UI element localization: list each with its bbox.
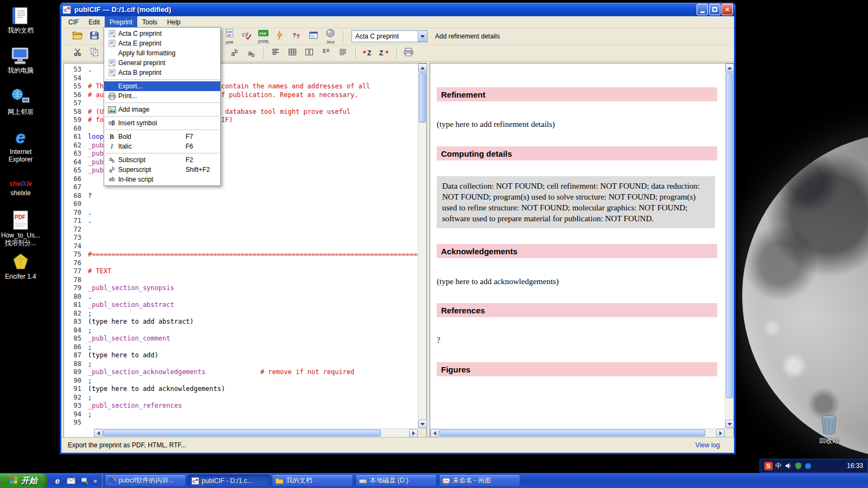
preprint-style-combobox[interactable]: Acta C preprint (352, 30, 427, 42)
sogou-icon[interactable]: S (764, 462, 773, 470)
task-button-pubcif[interactable]: pubcif软件的内容... (105, 474, 186, 487)
menu-item-in-line-script[interactable]: abIn-line script (104, 175, 220, 184)
desktop-icon-[interactable]: 网上邻居 (1, 86, 40, 115)
chevron-down-icon (420, 35, 425, 40)
cut-button[interactable] (70, 46, 85, 61)
menu-item-acta-c-preprint[interactable]: Acta C preprint (104, 29, 220, 38)
menu-item-export[interactable]: Export... (104, 81, 220, 91)
jmol-button[interactable]: Jmol (323, 29, 338, 44)
mail-quicklaunch-icon[interactable] (66, 476, 76, 486)
undo-z-button[interactable]: Z (360, 46, 375, 61)
menu-item-label: Superscript (118, 166, 186, 174)
superscript-button[interactable]: ab (227, 46, 242, 61)
publcif-page-button[interactable]: CIF.publ. (222, 29, 237, 44)
justify-block-button[interactable] (335, 46, 350, 61)
subscript-button[interactable]: ab (244, 46, 259, 61)
combobox-dropdown-button[interactable] (418, 31, 427, 42)
form-window-button[interactable] (306, 29, 321, 44)
minimize-button[interactable] (697, 4, 708, 15)
menu-preprint[interactable]: Preprint (105, 16, 137, 28)
blue-dot-icon[interactable] (805, 463, 812, 470)
save-button[interactable] (87, 29, 102, 44)
preview-vertical-scrollbar[interactable] (725, 63, 733, 428)
table-grid-button[interactable] (285, 46, 300, 61)
editor-vertical-scrollbar[interactable] (418, 63, 426, 428)
preprint-preview-pane[interactable]: Refinement(type here to add refinement d… (430, 63, 734, 438)
scroll-right-button[interactable] (716, 429, 725, 438)
desktop-icon-internet-explorer[interactable]: eInternet Explorer (1, 126, 40, 163)
maximize-button[interactable] (709, 4, 720, 15)
ime-chinese-icon[interactable]: 中 (775, 461, 782, 471)
menu-help[interactable]: Help (162, 16, 186, 28)
line-number: 78 (64, 276, 88, 285)
menu-item-acta-b-preprint[interactable]: Acta B preprint (104, 68, 220, 78)
scroll-left-button[interactable] (94, 429, 103, 438)
print-button[interactable] (401, 46, 416, 61)
editor-horizontal-scrollbar[interactable] (94, 428, 418, 437)
section-body-refinement[interactable]: (type here to add refinement details) (437, 119, 703, 130)
section-body-acknowledgements[interactable]: (type here to add acknowledgements) (437, 277, 703, 287)
menu-item-general-preprint[interactable]: General preprint (104, 58, 220, 68)
cif-check-button[interactable]: Cif (239, 29, 254, 44)
menu-item-acta-e-preprint[interactable]: Acta E preprint (104, 38, 220, 48)
scroll-left-button[interactable] (430, 429, 439, 438)
section-body-computing-details[interactable]: Data collection: NOT FOUND; cell refinem… (437, 176, 715, 228)
scroll-up-button[interactable] (418, 63, 427, 72)
desktop-icon-encifer-1-4[interactable]: Encifer 1.4 (1, 251, 40, 280)
lightning-question-button[interactable] (272, 29, 288, 44)
internet-explorer-quicklaunch-icon[interactable]: e (53, 476, 62, 486)
redo-z-button[interactable]: Z (376, 46, 392, 61)
editor-line: 76 (64, 259, 418, 268)
close-button[interactable]: × (722, 4, 733, 15)
menu-item-subscript[interactable]: abSubscriptF2 (104, 155, 220, 165)
titlebar[interactable]: C publCIF — D:/1.cif (modified) × (60, 3, 736, 16)
menu-item-print[interactable]: Print... (104, 91, 220, 101)
menu-edit[interactable]: Edit (84, 16, 105, 28)
shelxle-icon: shelXle (1, 167, 40, 188)
scroll-down-button[interactable] (725, 420, 734, 428)
task-button-d[interactable]: 本地磁盘 (D:) (355, 474, 437, 487)
menu-tools[interactable]: Tools (137, 16, 162, 28)
scroll-down-button[interactable] (418, 420, 427, 428)
menu-item-italic[interactable]: IItalicF6 (104, 142, 220, 151)
scrollbar-thumb[interactable] (419, 73, 426, 123)
open-folder-button[interactable] (70, 29, 85, 44)
scrollbar-thumb[interactable] (439, 429, 705, 436)
show-desktop-icon[interactable] (80, 476, 90, 486)
green-shield-icon[interactable] (795, 462, 802, 470)
desktop-icon-[interactable]: 我的电脑 (1, 44, 40, 74)
start-button[interactable]: 开始 (0, 473, 48, 488)
menu-item-superscript[interactable]: abSuperscriptShift+F2 (104, 165, 220, 175)
two-column-button[interactable] (302, 46, 317, 61)
copy-button[interactable] (87, 46, 102, 61)
task-button-publcif-d-1-c[interactable]: CpublCIF - D:/1.c... (188, 474, 270, 487)
scroll-right-button[interactable] (409, 429, 418, 438)
desktop-icon-recycle-bin[interactable]: 回收站 (812, 415, 846, 445)
svg-text:?: ? (296, 33, 300, 40)
desktop-icon-how-to-us[interactable]: PDFHow_to_Us... 找溶剂分... (1, 209, 40, 247)
scroll-up-button[interactable] (725, 63, 734, 72)
section-body-references[interactable]: ? (437, 335, 703, 345)
scrollbar-thumb[interactable] (103, 429, 381, 436)
menu-cif[interactable]: CIF (63, 16, 84, 28)
menu-item-add-image[interactable]: Add image (104, 105, 220, 114)
quick-launch-overflow-chevron[interactable]: » (93, 477, 97, 485)
menu-item-insert-symbol[interactable]: αβInsert symbol (104, 118, 220, 128)
task-button-[interactable]: 我的文档 (272, 474, 353, 487)
question-pair-button[interactable]: ?? (289, 29, 304, 44)
speaker-icon[interactable] (784, 462, 792, 470)
menu-item-apply-full-formatting[interactable]: Apply full formatting (104, 48, 220, 58)
justify-left-button[interactable] (268, 46, 283, 61)
preview-horizontal-scrollbar[interactable] (430, 428, 725, 437)
editor-line: 82; (64, 310, 418, 318)
etal-button[interactable]: etal(2005) (256, 29, 271, 44)
scrollbar-thumb[interactable] (726, 73, 733, 398)
desktop-icon-[interactable]: 我的文档 (1, 4, 40, 34)
add-refinement-details-label[interactable]: Add refinement details (435, 33, 500, 40)
menu-item-bold[interactable]: BBoldF7 (104, 132, 220, 142)
task-button-[interactable]: 未命名 - 画图 (439, 474, 520, 487)
desktop-icon-shelxle[interactable]: shelXleshelxle (1, 167, 40, 197)
column-lines-button[interactable] (318, 46, 334, 61)
scrollbar-corner (725, 428, 733, 437)
view-log-link[interactable]: View log (695, 441, 734, 449)
